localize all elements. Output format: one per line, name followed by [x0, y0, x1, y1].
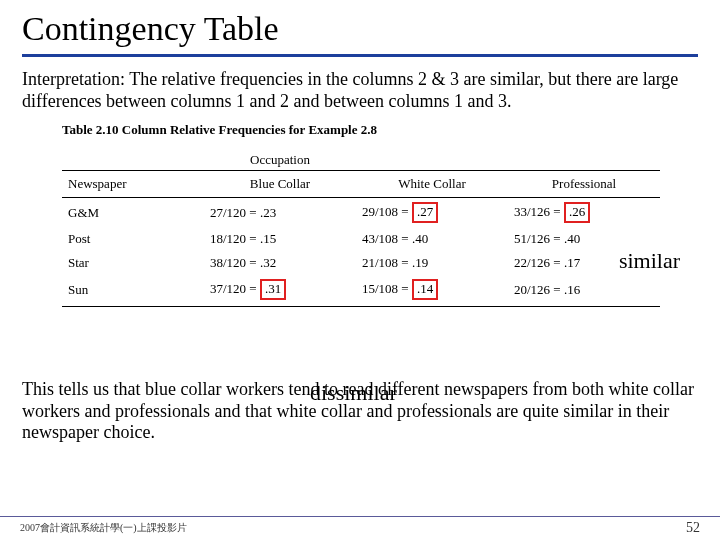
contingency-table: Occupation Newspaper Blue Collar White C… — [62, 148, 660, 307]
table-row: Post 18/120 = .15 43/108 = .40 51/126 = … — [62, 227, 660, 251]
cell: 37/120 = .31 — [204, 275, 356, 306]
table-caption: Table 2.10 Column Relative Frequencies f… — [62, 122, 698, 138]
highlight-box: .26 — [564, 202, 590, 223]
row-label: Post — [62, 227, 204, 251]
cell: 15/108 = .14 — [356, 275, 508, 306]
table-row: Sun 37/120 = .31 15/108 = .14 20/126 = .… — [62, 275, 660, 306]
col-header-newspaper: Newspaper — [62, 171, 204, 198]
table-row: Star 38/120 = .32 21/108 = .19 22/126 = … — [62, 251, 660, 275]
cell: 21/108 = .19 — [356, 251, 508, 275]
highlight-box: .31 — [260, 279, 286, 300]
col-header-blue: Blue Collar — [204, 171, 356, 198]
annotation-dissimilar: dissimilar — [310, 380, 397, 406]
footer-left: 2007會計資訊系統計學(一)上課投影片 — [20, 521, 187, 535]
highlight-box: .27 — [412, 202, 438, 223]
table-header-row: Newspaper Blue Collar White Collar Profe… — [62, 171, 660, 198]
cell: 38/120 = .32 — [204, 251, 356, 275]
cell: 33/126 = .26 — [508, 198, 660, 227]
highlight-box: .14 — [412, 279, 438, 300]
slide-title: Contingency Table — [22, 10, 698, 50]
cell: 43/108 = .40 — [356, 227, 508, 251]
footer: 2007會計資訊系統計學(一)上課投影片 52 — [0, 516, 720, 540]
occupation-header: Occupation — [204, 148, 356, 171]
cell: 29/108 = .27 — [356, 198, 508, 227]
table-row: G&M 27/120 = .23 29/108 = .27 33/126 = .… — [62, 198, 660, 227]
table-container: Table 2.10 Column Relative Frequencies f… — [62, 122, 698, 307]
col-header-white: White Collar — [356, 171, 508, 198]
annotation-similar: similar — [619, 248, 680, 274]
row-label: Star — [62, 251, 204, 275]
title-underline — [22, 54, 698, 57]
table-super-header: Occupation — [62, 148, 660, 171]
cell: 18/120 = .15 — [204, 227, 356, 251]
col-header-prof: Professional — [508, 171, 660, 198]
slide: Contingency Table Interpretation: The re… — [0, 0, 720, 540]
intro-paragraph: Interpretation: The relative frequencies… — [22, 69, 698, 112]
row-label: G&M — [62, 198, 204, 227]
page-number: 52 — [686, 520, 700, 536]
cell: 27/120 = .23 — [204, 198, 356, 227]
cell: 20/126 = .16 — [508, 275, 660, 306]
row-label: Sun — [62, 275, 204, 306]
